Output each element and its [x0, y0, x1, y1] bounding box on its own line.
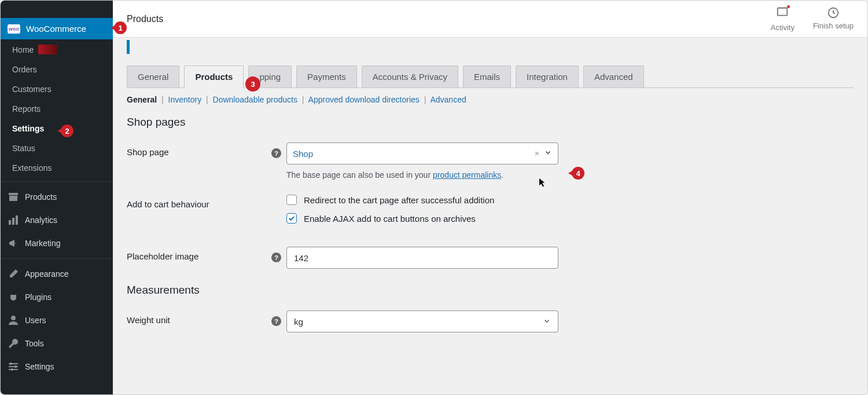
svg-point-9 — [10, 363, 12, 365]
svg-point-5 — [11, 316, 16, 320]
sidebar-item-label: Extensions — [12, 163, 52, 173]
hint-text: The base page can also be used in your — [286, 170, 433, 180]
clear-icon[interactable]: × — [532, 149, 542, 158]
sidebar-item-status[interactable]: Status — [1, 138, 113, 158]
home-badge — [38, 45, 58, 54]
sidebar-item-label: Marketing — [25, 239, 60, 248]
redirect-label: Redirect to the cart page after successf… — [304, 195, 494, 205]
sidebar-item-extensions[interactable]: Extensions — [1, 158, 113, 178]
product-permalinks-link[interactable]: product permalinks — [433, 170, 501, 180]
topbar: Products Activity Finish setup — [113, 1, 867, 38]
settings-subtabs: General | Inventory | Downloadable produ… — [127, 95, 854, 104]
sidebar-item-marketing[interactable]: Marketing — [1, 232, 113, 255]
sliders-icon — [8, 361, 19, 372]
sidebar-item-appearance[interactable]: Appearance — [1, 262, 113, 286]
sidebar-item-label: Home — [12, 45, 34, 54]
sidebar-item-label: Users — [25, 316, 46, 325]
sidebar-item-analytics[interactable]: Analytics — [1, 209, 113, 232]
svg-rect-3 — [12, 218, 14, 225]
redirect-checkbox[interactable] — [286, 195, 297, 205]
sidebar-item-label: Reports — [12, 104, 41, 114]
admin-sidebar: woo WooCommerce Home Orders Customers Re… — [1, 1, 113, 394]
callout-3: 3 — [245, 76, 260, 92]
callout-2: 2 — [61, 125, 73, 137]
megaphone-icon — [8, 237, 19, 249]
svg-rect-4 — [16, 215, 18, 225]
sidebar-item-label: Orders — [12, 65, 37, 74]
tab-general[interactable]: General — [127, 65, 179, 87]
woocommerce-submenu: Home Orders Customers Reports Settings S… — [1, 39, 113, 178]
subtab-approved-dirs[interactable]: Approved download directories — [308, 95, 420, 104]
cursor-icon — [536, 177, 547, 189]
sidebar-item-label: Customers — [12, 85, 52, 94]
sidebar-item-label: Settings — [12, 124, 44, 133]
subtab-general[interactable]: General — [127, 95, 157, 104]
plug-icon — [8, 291, 19, 303]
shop-page-value: Shop — [293, 149, 313, 159]
chevron-down-icon — [544, 148, 552, 159]
notice-banner-edge — [127, 40, 854, 54]
sidebar-item-customers[interactable]: Customers — [1, 79, 113, 99]
subtab-downloadable[interactable]: Downloadable products — [213, 95, 297, 104]
main-content: Products Activity Finish setup Genera — [113, 1, 867, 394]
sidebar-item-label: Status — [12, 144, 35, 153]
activity-button[interactable]: Activity — [771, 6, 795, 32]
subtab-inventory[interactable]: Inventory — [168, 95, 202, 104]
svg-rect-2 — [9, 220, 11, 225]
sidebar-item-label: Plugins — [25, 292, 52, 302]
sidebar-item-products[interactable]: Products — [1, 185, 113, 209]
subtab-advanced[interactable]: Advanced — [430, 95, 466, 104]
tab-products[interactable]: Products — [184, 65, 244, 88]
sidebar-brand-label: WooCommerce — [26, 24, 86, 34]
tab-integration[interactable]: Integration — [516, 65, 579, 87]
ajax-checkbox[interactable] — [286, 213, 297, 224]
finish-setup-button[interactable]: Finish setup — [813, 6, 854, 32]
callout-1: 1 — [114, 21, 127, 34]
tab-accounts-privacy[interactable]: Accounts & Privacy — [362, 65, 458, 87]
sidebar-item-woocommerce[interactable]: woo WooCommerce — [1, 18, 113, 39]
user-icon — [8, 314, 19, 326]
clock-icon — [827, 6, 840, 19]
wrench-icon — [8, 338, 19, 349]
chevron-down-icon — [543, 317, 551, 327]
sidebar-item-users[interactable]: Users — [1, 309, 113, 332]
sidebar-item-label: Tools — [25, 339, 44, 348]
svg-point-11 — [11, 368, 13, 371]
tab-emails[interactable]: Emails — [463, 65, 511, 87]
sidebar-item-plugins[interactable]: Plugins — [1, 286, 113, 309]
svg-point-10 — [14, 365, 17, 368]
help-icon[interactable]: ? — [271, 253, 281, 262]
shop-page-hint: The base page can also be used in your p… — [286, 170, 558, 180]
activity-label: Activity — [771, 23, 795, 32]
tab-advanced[interactable]: Advanced — [583, 65, 644, 87]
weight-unit-select[interactable]: kg — [286, 310, 558, 332]
woocommerce-logo-icon: woo — [8, 24, 20, 34]
brush-icon — [8, 268, 19, 280]
svg-rect-0 — [9, 193, 18, 195]
sidebar-item-home[interactable]: Home — [1, 39, 113, 60]
svg-rect-1 — [9, 196, 17, 201]
weight-unit-label: Weight unit — [127, 310, 271, 325]
help-icon[interactable]: ? — [271, 316, 281, 326]
sidebar-item-tools[interactable]: Tools — [1, 332, 113, 355]
chart-bar-icon — [8, 214, 19, 226]
finish-label: Finish setup — [813, 21, 854, 30]
sidebar-item-label: Analytics — [25, 215, 57, 225]
archive-icon — [8, 191, 19, 203]
svg-rect-12 — [778, 8, 788, 15]
sidebar-item-wp-settings[interactable]: Settings — [1, 355, 113, 378]
tab-payments[interactable]: Payments — [296, 65, 357, 87]
callout-4: 4 — [572, 167, 584, 180]
sidebar-item-reports[interactable]: Reports — [1, 99, 113, 119]
section-shop-pages: Shop pages — [127, 116, 854, 129]
shop-page-select[interactable]: Shop × — [286, 142, 558, 164]
placeholder-image-input[interactable] — [286, 247, 558, 269]
add-to-cart-label: Add to cart behaviour — [127, 195, 271, 209]
placeholder-label: Placeholder image — [127, 247, 271, 261]
help-icon[interactable]: ? — [271, 148, 281, 158]
sidebar-item-orders[interactable]: Orders — [1, 60, 113, 79]
ajax-label: Enable AJAX add to cart buttons on archi… — [304, 214, 476, 224]
activity-icon — [776, 6, 789, 19]
sidebar-item-label: Products — [25, 192, 57, 202]
page-title: Products — [127, 14, 163, 24]
